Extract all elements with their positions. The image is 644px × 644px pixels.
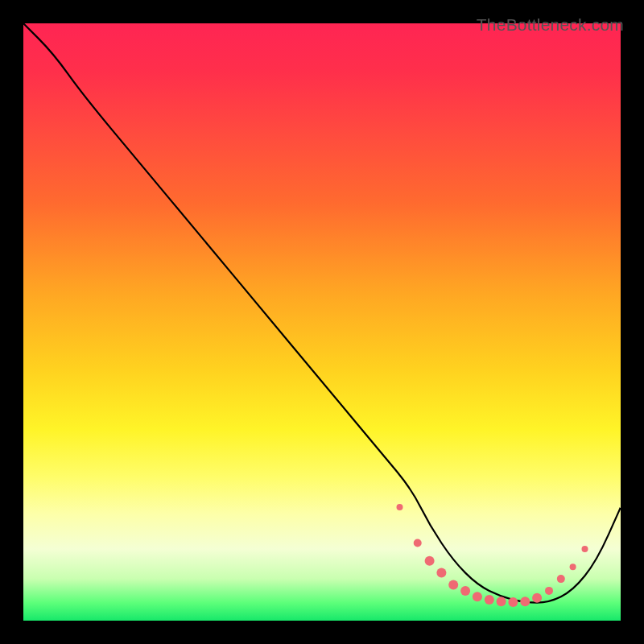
marker-dot [557, 575, 565, 583]
marker-dot [497, 597, 506, 606]
series-curve [23, 23, 621, 603]
marker-dot [436, 568, 446, 578]
marker-dot [582, 546, 588, 552]
marker-dot [460, 586, 470, 596]
marker-dot [414, 539, 422, 547]
chart-frame: TheBottleneck.com [14, 14, 630, 630]
marker-dot [485, 595, 494, 605]
curve-layer [23, 23, 621, 621]
marker-dot [532, 593, 542, 603]
plot-area [23, 23, 621, 621]
marker-dot [508, 597, 518, 607]
marker-dot [425, 556, 435, 566]
marker-dot [397, 504, 403, 510]
marker-dot [448, 580, 458, 590]
watermark-text: TheBottleneck.com [477, 15, 624, 35]
marker-dot [545, 587, 553, 595]
marker-dot [473, 592, 482, 601]
marker-dot [570, 564, 576, 570]
marker-dot [520, 597, 530, 606]
